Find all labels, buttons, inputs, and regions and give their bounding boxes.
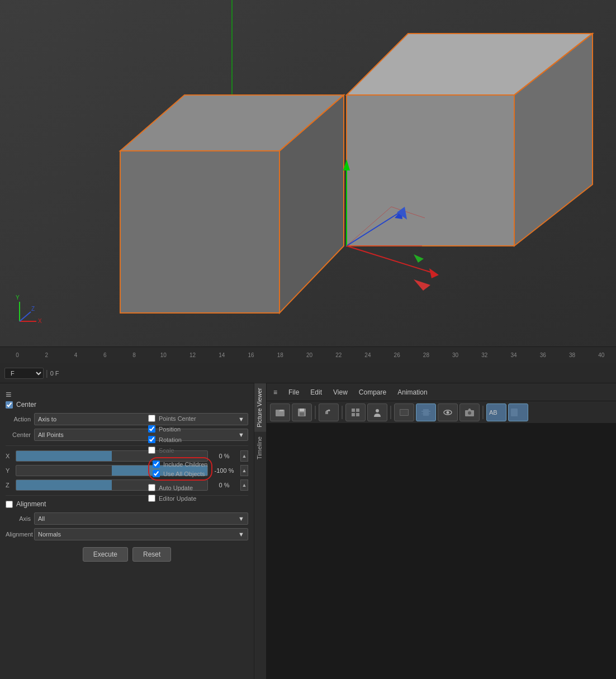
editor-update-checkbox[interactable]: [148, 495, 155, 502]
frame-bar: F | 0 F: [0, 363, 616, 383]
alignment-checkbox[interactable]: [6, 501, 13, 508]
auto-update-label: Auto Update: [159, 485, 193, 491]
axis-dropdown[interactable]: All ▼: [34, 512, 248, 525]
svg-point-41: [376, 409, 379, 412]
execute-button[interactable]: Execute: [83, 547, 128, 562]
toolbar-camera-btn[interactable]: [459, 403, 480, 421]
svg-rect-50: [429, 414, 430, 416]
editor-update-row: Editor Update: [148, 495, 252, 502]
hamburger-menu-icon[interactable]: ≡: [6, 389, 248, 401]
alignment-label: Alignment: [16, 500, 46, 508]
svg-rect-37: [352, 409, 355, 412]
menu-file[interactable]: File: [286, 387, 301, 397]
tab-timeline[interactable]: Timeline: [254, 432, 266, 464]
rotation-row: Rotation: [148, 436, 252, 443]
center-label: Center: [16, 401, 36, 409]
menu-animation[interactable]: Animation: [395, 387, 429, 397]
vertical-tabs: Picture Viewer Timeline: [254, 383, 267, 679]
toolbar-sep-1: [315, 406, 316, 419]
ruler-mark: 36: [528, 352, 557, 358]
axis-dropdown-arrow: ▼: [238, 515, 244, 522]
x-slider-fill: [16, 451, 112, 461]
ruler-mark: 34: [499, 352, 528, 358]
rotation-label: Rotation: [159, 436, 182, 443]
menu-view[interactable]: View: [331, 387, 350, 397]
frame-mode-select[interactable]: F: [4, 368, 44, 379]
svg-rect-36: [325, 411, 328, 414]
points-center-row: Points Center: [148, 415, 252, 422]
alignment-field-label: Alignment: [6, 531, 31, 538]
center-checkbox-row: Center: [6, 401, 248, 409]
toolbar-last-btn[interactable]: [508, 403, 528, 421]
toolbar-row: AB: [267, 401, 616, 424]
svg-rect-45: [421, 409, 423, 411]
toolbar-save-btn[interactable]: [292, 403, 312, 421]
use-all-objects-checkbox[interactable]: [153, 470, 160, 477]
toolbar-view-btn[interactable]: [394, 403, 414, 421]
picture-area: [267, 424, 616, 679]
editor-update-label: Editor Update: [159, 495, 196, 502]
toolbar-grid-btn[interactable]: [345, 403, 366, 421]
action-dropdown-value: Axis to: [38, 416, 56, 422]
svg-rect-49: [429, 412, 430, 414]
svg-rect-38: [356, 409, 359, 412]
highlight-region: Include Children Use All Objects: [148, 457, 212, 481]
action-buttons: Execute Reset: [6, 547, 248, 562]
z-axis-label: Z: [6, 482, 13, 488]
svg-point-52: [447, 411, 449, 414]
ruler-mark: 12: [178, 352, 207, 358]
auto-update-row: Auto Update: [148, 484, 252, 491]
viewport-3d[interactable]: Y X Z: [0, 0, 616, 346]
svg-rect-43: [400, 410, 408, 415]
svg-rect-48: [429, 409, 430, 411]
toolbar-open-btn[interactable]: [270, 403, 290, 421]
right-content: ≡ File Edit View Compare Animation: [267, 383, 616, 679]
auto-update-checkbox[interactable]: [148, 484, 155, 491]
menu-compare[interactable]: Compare: [357, 387, 388, 397]
timeline-ruler: 0 2 4 6 8 10 12 14 16 18 20 22 24 26 28 …: [0, 346, 616, 363]
svg-text:Z: Z: [31, 306, 35, 312]
ruler-mark: 4: [61, 352, 90, 358]
z-slider-fill: [16, 480, 112, 490]
ruler-mark: 16: [236, 352, 266, 358]
menu-edit[interactable]: Edit: [308, 387, 324, 397]
center-checkbox[interactable]: [6, 401, 13, 409]
current-frame-display: 0 F: [50, 370, 59, 377]
include-children-label: Include Children: [163, 461, 208, 468]
toolbar-person-btn[interactable]: [367, 403, 387, 421]
alignment-field-dropdown[interactable]: Normals ▼: [34, 528, 248, 540]
toolbar-eye-btn[interactable]: [438, 403, 458, 421]
svg-rect-40: [356, 413, 359, 416]
ruler-mark: 26: [382, 352, 411, 358]
rotation-checkbox[interactable]: [148, 436, 155, 443]
scale-row: Scale: [148, 447, 252, 454]
toolbar-ab-btn[interactable]: AB: [486, 403, 506, 421]
center-field-value: All Points: [38, 431, 64, 438]
position-checkbox[interactable]: [148, 425, 155, 433]
scale-checkbox[interactable]: [148, 447, 155, 454]
ruler-mark: 30: [441, 352, 470, 358]
ruler-mark: 8: [120, 352, 149, 358]
toolbar-undo-btn[interactable]: [319, 403, 339, 421]
svg-rect-58: [519, 409, 525, 416]
svg-rect-47: [421, 414, 423, 416]
scale-label: Scale: [159, 447, 174, 454]
axis-field-row: Axis All ▼: [6, 512, 248, 525]
toolbar-sep-2: [342, 406, 343, 419]
svg-rect-35: [300, 412, 304, 416]
menu-icon[interactable]: ≡: [271, 387, 279, 397]
scene-svg: Y X Z: [0, 0, 616, 346]
svg-text:X: X: [38, 318, 42, 324]
x-axis-label: X: [6, 453, 13, 459]
tab-picture-viewer[interactable]: Picture Viewer: [254, 383, 266, 432]
include-children-checkbox[interactable]: [153, 460, 160, 468]
svg-rect-39: [352, 413, 355, 416]
ruler-mark: 38: [557, 352, 586, 358]
ruler-mark: 0: [3, 352, 32, 358]
ruler-mark: 28: [411, 352, 440, 358]
toolbar-filmstrip-btn[interactable]: [416, 403, 436, 421]
svg-marker-55: [468, 409, 471, 410]
points-center-checkbox[interactable]: [148, 415, 155, 422]
reset-button[interactable]: Reset: [132, 547, 171, 562]
svg-text:AB: AB: [489, 409, 497, 416]
